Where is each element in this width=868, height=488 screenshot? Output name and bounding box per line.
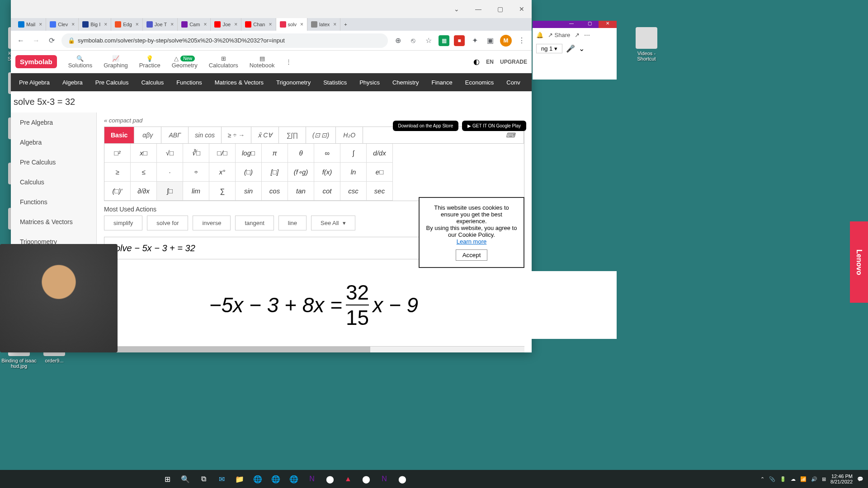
nav-solutions[interactable]: 🔍Solutions	[68, 55, 92, 69]
mail-icon[interactable]: ✉	[213, 471, 230, 487]
back-button[interactable]: ←	[15, 35, 26, 46]
tab-teams[interactable]: Joe T×	[143, 18, 178, 31]
key-sin[interactable]: sin	[236, 182, 262, 201]
tab-edge[interactable]: Edg×	[111, 18, 143, 31]
minimize-button[interactable]: —	[472, 3, 485, 15]
nav-practice[interactable]: 💡Practice	[139, 55, 160, 69]
tab-youtube1[interactable]: Joe×	[211, 18, 241, 31]
key-deg[interactable]: x°	[209, 163, 236, 182]
accept-button[interactable]: Accept	[456, 249, 488, 261]
extensions-icon[interactable]: ✦	[469, 35, 480, 46]
extension-icon[interactable]: ▦	[439, 35, 449, 46]
nav-graphing[interactable]: 📈Graphing	[104, 55, 127, 69]
star-icon[interactable]: ☆	[423, 35, 434, 46]
key-tan[interactable]: tan	[288, 182, 314, 201]
sidebar-item[interactable]: Functions	[11, 192, 96, 212]
key-int[interactable]: ∫	[340, 144, 367, 163]
keypad-tab-calc[interactable]: ∑∫∏	[279, 127, 306, 143]
key-fx[interactable]: f(x)	[314, 163, 340, 182]
keypad-tab-caps[interactable]: ABΓ	[161, 127, 189, 143]
key-frac[interactable]: □/□	[209, 144, 236, 163]
new-tab-button[interactable]: +	[340, 18, 350, 31]
key-xpow[interactable]: x□	[131, 144, 157, 163]
more-icon[interactable]: ⋯	[584, 32, 590, 38]
start-button[interactable]: ⊞	[159, 471, 175, 487]
forward-button[interactable]: →	[31, 35, 42, 46]
key-gte[interactable]: ≥	[104, 163, 131, 182]
learn-more-link[interactable]: Learn more	[457, 238, 486, 245]
subject-item[interactable]: Finance	[425, 79, 459, 86]
clock[interactable]: 12:46 PM 8/21/2022	[830, 474, 853, 484]
key-pi[interactable]: π	[262, 144, 288, 163]
action-line[interactable]: line	[278, 216, 307, 230]
explorer-icon[interactable]: 📁	[231, 471, 248, 487]
notifications-icon[interactable]: 💬	[857, 476, 863, 482]
nav-more[interactable]: ⋮	[286, 58, 292, 65]
action-tangent[interactable]: tangent	[235, 216, 274, 230]
nav-calculators[interactable]: ⊞Calculators	[209, 55, 238, 69]
subject-item[interactable]: Statistics	[317, 79, 353, 86]
mic-icon[interactable]: 🎤	[566, 44, 575, 53]
tab-clever[interactable]: Clev×	[46, 18, 79, 31]
tray-icon[interactable]: ☁	[791, 476, 796, 482]
search-icon[interactable]: 🔍	[177, 471, 193, 487]
volume-icon[interactable]: 🔊	[811, 476, 817, 482]
tray-icon[interactable]: 🔋	[780, 476, 786, 482]
sidebar-item[interactable]: Calculus	[11, 172, 96, 192]
subject-item[interactable]: Matrices & Vectors	[208, 79, 270, 86]
share-icon[interactable]: ⎋	[408, 35, 419, 46]
chrome-icon[interactable]: 🌐	[250, 471, 266, 487]
onenote-icon[interactable]: N	[304, 471, 320, 487]
nav-notebook[interactable]: ▤Notebook	[250, 55, 275, 69]
subject-item[interactable]: Economics	[459, 79, 500, 86]
key-e[interactable]: e□	[367, 163, 393, 182]
key-paren[interactable]: (□)	[236, 163, 262, 182]
onenote-icon-2[interactable]: N	[376, 471, 392, 487]
chrome-icon-3[interactable]: 🌐	[286, 471, 302, 487]
key-lte[interactable]: ≤	[131, 163, 157, 182]
tab-mail[interactable]: Mail×	[14, 18, 46, 31]
upgrade-button[interactable]: UPGRADE	[500, 59, 527, 65]
key-theta[interactable]: θ	[288, 144, 314, 163]
keypad-tab-basic[interactable]: Basic	[104, 127, 134, 143]
sidebar-item[interactable]: Algebra	[11, 132, 96, 152]
profile-avatar[interactable]: M	[500, 35, 512, 47]
play-store-badge[interactable]: ▶ GET IT ON Google Play	[462, 121, 526, 131]
tray-chevron-icon[interactable]: ⌃	[760, 476, 764, 482]
tab-symbolab[interactable]: solv×	[276, 18, 308, 31]
taskview-icon[interactable]: ⧉	[195, 471, 212, 487]
key-prime[interactable]: (□)′	[104, 182, 131, 201]
keypad-tab-chem[interactable]: H₂O	[336, 127, 363, 143]
subject-item[interactable]: Chemistry	[386, 79, 425, 86]
tab-latex[interactable]: latex×	[307, 18, 340, 31]
key-inf[interactable]: ∞	[314, 144, 340, 163]
key-log[interactable]: log□	[236, 144, 262, 163]
key-partial[interactable]: ∂/∂x	[131, 182, 157, 201]
maximize-button[interactable]: ▢	[494, 3, 506, 15]
close-button[interactable]: ✕	[515, 3, 528, 15]
see-all-button[interactable]: See All▾	[311, 216, 355, 230]
tray-icon[interactable]: ⊞	[822, 476, 826, 482]
language-select[interactable]: EN	[486, 59, 494, 65]
key-sec[interactable]: sec	[367, 182, 393, 201]
key-cot[interactable]: cot	[314, 182, 340, 201]
keypad-tab-stats[interactable]: x̄ C∀	[251, 127, 279, 143]
tab-bigideas[interactable]: Big I×	[79, 18, 111, 31]
action-solvefor[interactable]: solve for	[147, 216, 188, 230]
pdf-icon[interactable]: ▲	[340, 471, 356, 487]
action-simplify[interactable]: simplify	[104, 216, 142, 230]
key-dot[interactable]: ·	[157, 163, 183, 182]
desktop-icon[interactable]: Videos - Shortcut	[628, 27, 665, 61]
subject-item[interactable]: Physics	[353, 79, 386, 86]
share-button[interactable]: ↗ Share	[548, 32, 570, 38]
page-select[interactable]: ng 1 ▾	[536, 44, 562, 53]
min-icon[interactable]: —	[562, 21, 580, 28]
tray-icon[interactable]: 📎	[769, 476, 775, 482]
keypad-tab-trig[interactable]: sin cos	[189, 127, 222, 143]
zoom-icon[interactable]: ⊕	[392, 35, 403, 46]
extension-icon[interactable]: ■	[454, 35, 465, 46]
key-sqrt[interactable]: √□	[157, 144, 183, 163]
app-store-badge[interactable]: Download on the App Store	[393, 121, 459, 131]
sidebar-item[interactable]: Pre Algebra	[11, 113, 96, 132]
key-nroot[interactable]: ∛□	[183, 144, 209, 163]
